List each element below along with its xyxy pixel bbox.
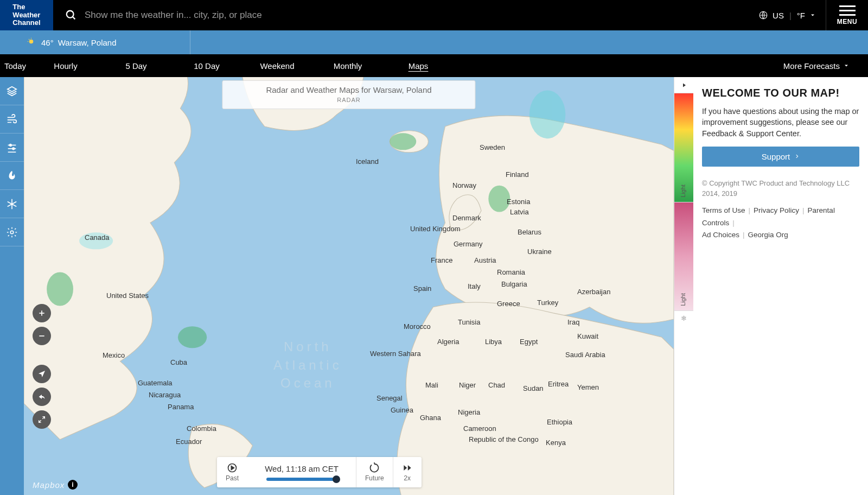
footer-link[interactable]: Georgia Org [748,231,788,239]
nav-item-weekend[interactable]: Weekend [242,54,312,77]
nav-item-maps[interactable]: Maps [383,54,454,77]
location-name: Warsaw, Poland [58,38,117,47]
fullscreen-button[interactable] [33,410,51,429]
footer-link[interactable]: Ad Choices [702,231,739,239]
gear-tool[interactable] [0,218,24,246]
chevron-down-icon [809,12,816,18]
svg-point-23 [79,232,113,249]
speed-button[interactable]: 2x [402,462,413,482]
locale-selector[interactable]: US | °F [749,10,826,20]
more-forecasts-dropdown[interactable]: More Forecasts [783,61,850,71]
legend-snow-section: ❄ [674,310,693,495]
svg-point-3 [29,40,34,44]
chevron-down-icon [843,62,850,69]
panel-title: WELCOME TO OUR MAP! [702,87,859,99]
zoom-in-button[interactable] [33,304,51,322]
nav-item-monthly[interactable]: Monthly [312,54,383,77]
footer-links: Terms of Use|Privacy Policy|Parental Con… [702,205,859,242]
nav-item-5-day[interactable]: 5 Day [101,54,171,77]
nav-item-hourly[interactable]: Hourly [30,54,101,77]
chevron-right-icon [794,154,800,159]
svg-point-0 [67,11,74,18]
svg-point-15 [10,231,14,234]
zoom-out-button[interactable] [33,327,51,345]
current-location[interactable]: 46° Warsaw, Poland [27,37,117,47]
svg-point-20 [488,186,510,212]
layers-tool[interactable] [0,77,24,105]
svg-point-21 [47,272,73,306]
globe-icon [758,10,768,20]
info-icon[interactable]: i [68,480,78,490]
svg-point-18 [390,133,416,150]
map-side-tools [0,77,24,495]
nav-item-today[interactable]: Today [0,54,30,77]
legend-strip: Light Light ❄ [674,77,693,495]
map-title-card: Radar and Weather Maps for Warsaw, Polan… [222,80,475,109]
timeline-current-time: Wed, 11:18 am CET [265,464,339,473]
location-temp: 46° [41,38,54,47]
partly-sunny-icon [27,37,37,47]
play-future-button[interactable]: Future [365,462,384,482]
svg-point-8 [9,144,11,146]
support-button[interactable]: Support [702,147,859,167]
location-bar: 46° Warsaw, Poland [0,30,868,54]
svg-point-22 [178,326,207,348]
ocean-label: North Atlantic Ocean [273,338,342,392]
hamburger-icon [839,5,856,16]
locale-region: US [773,11,784,20]
legend-rain-gradient: Light [674,93,693,202]
svg-point-10 [12,148,15,150]
settings-tool[interactable] [0,134,24,162]
welcome-panel: WELCOME TO OUR MAP! If you have question… [693,77,868,495]
map-attribution: Mapbox i [33,480,78,490]
svg-line-1 [73,17,75,20]
copyright-text: © Copyright TWC Product and Technology L… [702,179,859,199]
search-icon[interactable] [65,9,77,21]
share-button[interactable] [33,388,51,406]
svg-line-6 [29,39,29,40]
map-canvas[interactable]: North Atlantic Ocean CanadaUnited States… [24,77,674,495]
locale-unit: °F [797,11,805,20]
forecast-nav: TodayHourly5 Day10 DayWeekendMonthlyMaps… [0,54,868,77]
wind-tool[interactable] [0,105,24,134]
legend-mix-gradient: Light [674,202,693,310]
logo[interactable]: The Weather Channel [0,0,53,30]
legend-collapse-button[interactable] [674,77,693,93]
play-past-button[interactable]: Past [226,462,239,482]
timeline-player: Past Wed, 11:18 am CET Future 2x [217,457,422,487]
search-input[interactable] [85,10,749,21]
timeline-slider[interactable] [266,478,337,481]
footer-link[interactable]: Privacy Policy [754,206,799,214]
panel-text: If you have questions about using the ma… [702,106,859,139]
storms-tool[interactable] [0,162,24,190]
svg-point-19 [529,90,566,138]
menu-button[interactable]: MENU [826,0,868,30]
locate-button[interactable] [33,365,51,383]
nav-item-10-day[interactable]: 10 Day [171,54,242,77]
footer-link[interactable]: Terms of Use [702,206,745,214]
snow-tool[interactable] [0,190,24,218]
